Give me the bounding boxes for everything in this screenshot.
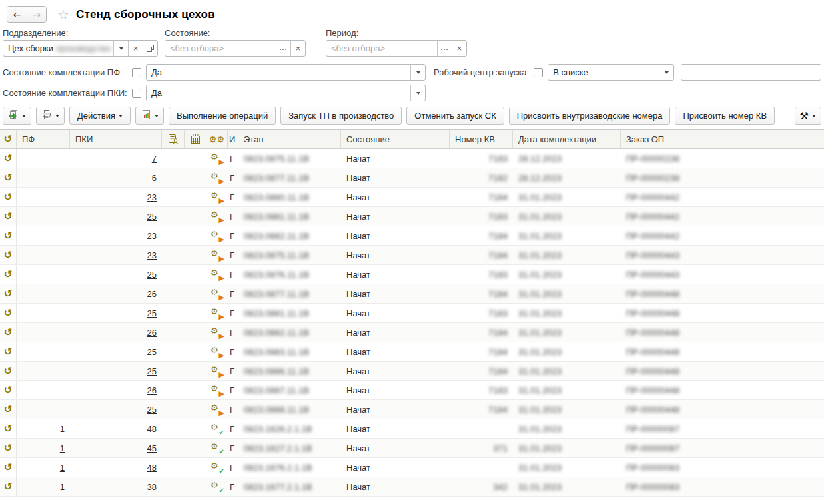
launch-tp-button[interactable]: Запуск ТП в производство (280, 107, 402, 125)
favorite-star-icon[interactable]: ☆ (57, 7, 69, 23)
podrazdelenie-clear-icon[interactable]: × (128, 41, 143, 56)
table-row[interactable]: ↺ 25 ⚙▶ Г 0823.0881.11.1В Начат 7183 31.… (0, 304, 824, 323)
table-row[interactable]: ↺ 23 ⚙▶ Г 0823.0875.11.1В Начат 7184 31.… (0, 246, 824, 265)
kompl-pki-dropdown-icon[interactable] (410, 85, 425, 101)
table-row[interactable]: ↺ 1 45 ⚙✔ Г 0823.1627.2.1.1В Начат 371 3… (0, 439, 824, 458)
header-data-komplektacii[interactable]: Дата комплектации (513, 130, 621, 148)
pki-link[interactable]: 25 (147, 308, 157, 318)
table-row[interactable]: ↺ 26 ⚙▶ Г 0823.0887.11.1В Начат 7183 31.… (0, 381, 824, 400)
period-select-icon[interactable]: ... (437, 41, 452, 56)
pki-link[interactable]: 26 (147, 289, 157, 299)
state-cell: Начат (341, 419, 450, 438)
header-zakaz-op[interactable]: Заказ ОП (621, 130, 751, 148)
podrazdelenie-dropdown-icon[interactable] (113, 41, 128, 56)
pki-link[interactable]: 25 (147, 366, 157, 376)
header-nomer-kv[interactable]: Номер КВ (450, 130, 513, 148)
pki-link[interactable]: 26 (147, 385, 157, 395)
header-sostoyanie[interactable]: Состояние (341, 130, 450, 148)
header-pki[interactable]: ПКИ (70, 130, 162, 148)
sostoyanie-placeholder: <без отбора> (165, 41, 276, 56)
assign-internal-numbers-button[interactable]: Присвоить внутризаводские номера (509, 107, 671, 125)
table-row[interactable]: ↺ 25 ⚙▶ Г 0823.0883.11.1В Начат 7184 31.… (0, 342, 824, 362)
pki-link[interactable]: 48 (147, 424, 157, 434)
settings-tools-button[interactable]: ⚒ (795, 107, 821, 125)
table-row[interactable]: ↺ 1 48 ⚙✔ Г 0823.1626.2.1.1В Начат 31.01… (0, 419, 824, 439)
table-row[interactable]: ↺ 23 ⚙▶ Г 0823.0882.11.1В Начат 7184 31.… (0, 226, 824, 246)
pki-cell: 25 (70, 362, 162, 380)
pki-link[interactable]: 45 (147, 443, 157, 453)
back-button[interactable]: ← (7, 7, 27, 22)
cancel-sk-button[interactable]: Отменить запуск СК (406, 107, 504, 125)
nomer-kv-cell (450, 419, 513, 438)
rabochiy-centr-search-input[interactable] (681, 64, 821, 81)
table-row[interactable]: ↺ 25 ⚙▶ Г 0823.0888.11.1В Начат 7184 31.… (0, 400, 824, 419)
status-cell: ⚙▶ (206, 149, 228, 168)
row-refresh-icon: ↺ (0, 381, 17, 399)
print-button[interactable] (36, 107, 65, 125)
pki-link[interactable]: 23 (147, 231, 157, 241)
header-etap[interactable]: Этап (238, 130, 341, 148)
kompl-pki-checkbox[interactable] (132, 89, 141, 98)
pki-link[interactable]: 25 (147, 347, 157, 357)
table-row[interactable]: ↺ 7 ⚙▶ Г 0823.0875.11.1В Начат 7183 28.1… (0, 149, 824, 168)
table-row[interactable]: ↺ 1 48 ⚙✔ Г 0823.1676.2.1.1В Начат 31.01… (0, 458, 824, 477)
period-clear-icon[interactable]: × (452, 41, 466, 56)
execute-operations-button[interactable]: Выполнение операций (169, 107, 276, 125)
header-i[interactable]: И (228, 130, 238, 148)
sostoyanie-field[interactable]: <без отбора> ... × (165, 40, 306, 57)
pki-link[interactable]: 26 (147, 328, 157, 338)
table-row[interactable]: ↺ 25 ⚙▶ Г 0823.0881.11.1В Начат 7183 31.… (0, 207, 824, 226)
header-pf[interactable]: ПФ (17, 130, 70, 148)
forward-button[interactable]: → (27, 7, 46, 22)
pki-link[interactable]: 25 (147, 405, 157, 415)
pki-link[interactable]: 38 (147, 482, 157, 492)
header-calendar-icon[interactable] (185, 130, 206, 148)
table-row[interactable]: ↺ 6 ⚙▶ Г 0823.0877.11.1В Начат 7182 28.1… (0, 168, 824, 188)
podrazdelenie-open-icon[interactable] (143, 41, 157, 56)
sostoyanie-clear-icon[interactable]: × (290, 41, 305, 56)
kompl-pki-combo[interactable]: Да (146, 85, 426, 101)
pki-link[interactable]: 23 (147, 250, 157, 260)
period-field[interactable]: <без отбора> ... × (326, 40, 467, 57)
stage-status-icon: ⚙▶ (210, 307, 224, 319)
rabochiy-centr-dropdown-icon[interactable] (659, 65, 673, 80)
person-cell (162, 304, 185, 322)
pf-link[interactable]: 1 (60, 443, 65, 453)
kompl-pf-checkbox[interactable] (132, 68, 141, 77)
reports-button[interactable] (135, 107, 164, 125)
export-button[interactable] (3, 107, 31, 125)
pki-link[interactable]: 25 (147, 212, 157, 222)
header-gears-icon[interactable]: ⚙⚙ (206, 130, 228, 148)
table-row[interactable]: ↺ 26 ⚙▶ Г 0823.0877.11.1В Начат 7184 31.… (0, 284, 824, 304)
podrazdelenie-field[interactable]: Цех сборки производство × (3, 40, 158, 57)
pki-link[interactable]: 48 (147, 463, 157, 473)
table-row[interactable]: ↺ 23 ⚙▶ Г 0823.0880.11.1В Начат 7184 31.… (0, 188, 824, 207)
table-row[interactable]: ↺ 1 38 ⚙✔ Г 0823.1677.2.1.1В Начат 342 3… (0, 477, 824, 497)
pki-link[interactable]: 25 (147, 270, 157, 280)
pki-link[interactable]: 23 (147, 192, 157, 202)
pf-link[interactable]: 1 (60, 424, 65, 434)
etap-cell: 0823.0883.11.1В (238, 342, 341, 361)
order-cell: ПР-00000083 (621, 458, 751, 477)
table-row[interactable]: ↺ 26 ⚙▶ Г 0823.0882.11.1В Начат 7184 31.… (0, 323, 824, 342)
kompl-pf-dropdown-icon[interactable] (410, 65, 425, 80)
pf-link[interactable]: 1 (60, 463, 65, 473)
rabochiy-centr-combo[interactable]: В списке (548, 64, 674, 81)
sostoyanie-select-icon[interactable]: ... (276, 41, 290, 56)
header-person-doc-icon[interactable] (162, 130, 185, 148)
pki-cell: 48 (70, 419, 162, 438)
assign-kv-number-button[interactable]: Присвоить номер КВ (675, 107, 775, 125)
header-refresh-icon[interactable]: ↺ (0, 130, 17, 148)
actions-button[interactable]: Действия (69, 107, 131, 125)
pki-link[interactable]: 6 (152, 173, 157, 183)
kompl-pf-combo[interactable]: Да (146, 64, 426, 81)
pki-link[interactable]: 7 (152, 154, 157, 164)
table-row[interactable]: ↺ 25 ⚙▶ Г 0823.0886.11.1В Начат 7184 31.… (0, 362, 824, 381)
pki-cell: 25 (70, 207, 162, 226)
g-flag-cell: Г (228, 458, 238, 477)
etap-cell: 0823.0881.11.1В (238, 304, 341, 322)
rabochiy-centr-checkbox[interactable] (534, 68, 543, 77)
table-row[interactable]: ↺ 25 ⚙▶ Г 0823.0876.11.1В Начат 7183 31.… (0, 265, 824, 284)
pf-link[interactable]: 1 (60, 482, 65, 492)
state-cell: Начат (341, 149, 450, 168)
